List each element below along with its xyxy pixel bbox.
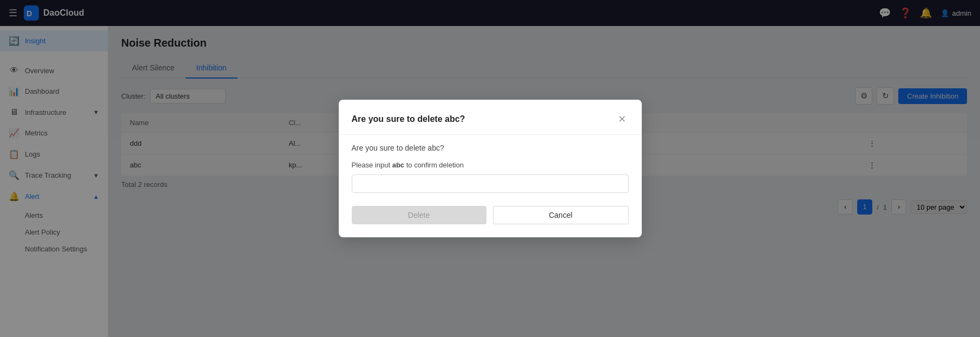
confirm-keyword: abc xyxy=(392,161,404,169)
modal-footer: Delete Cancel xyxy=(352,206,629,224)
delete-button[interactable]: Delete xyxy=(352,206,486,224)
cancel-button[interactable]: Cancel xyxy=(493,206,629,224)
modal-description: Are you sure to delete abc? xyxy=(352,144,629,152)
modal-body: Are you sure to delete abc? Please input… xyxy=(352,144,629,193)
modal-overlay: Are you sure to delete abc? ✕ Are you su… xyxy=(0,0,980,337)
modal-header: Are you sure to delete abc? ✕ xyxy=(352,113,629,126)
delete-confirm-modal: Are you sure to delete abc? ✕ Are you su… xyxy=(339,100,642,237)
modal-divider xyxy=(339,134,642,135)
confirm-hint-suffix: to confirm deletion xyxy=(404,161,464,169)
modal-close-button[interactable]: ✕ xyxy=(616,113,629,126)
modal-confirm-hint: Please input abc to confirm deletion xyxy=(352,161,629,169)
confirm-hint-prefix: Please input xyxy=(352,161,392,169)
modal-title: Are you sure to delete abc? xyxy=(352,114,465,124)
confirm-deletion-input[interactable] xyxy=(352,174,629,193)
